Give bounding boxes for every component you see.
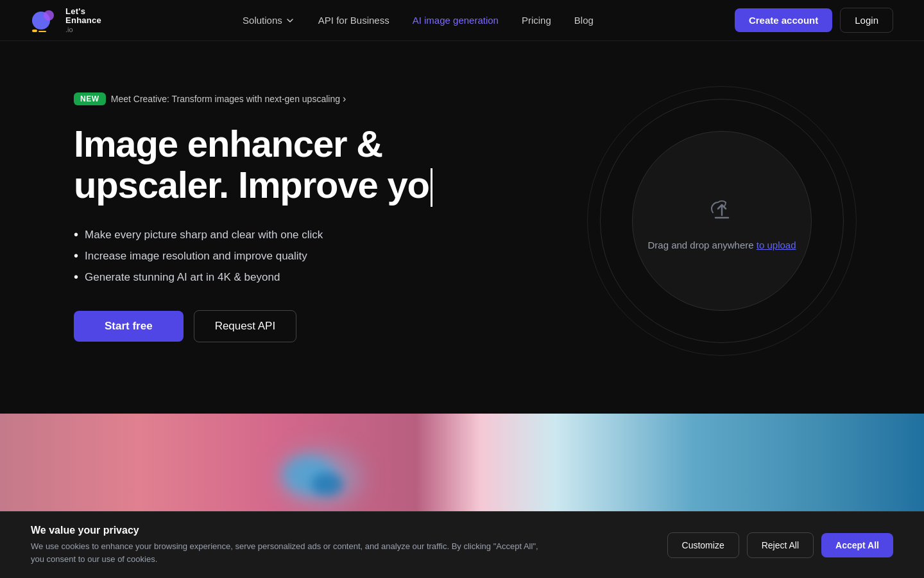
cookie-description: We use cookies to enhance your browsing … xyxy=(31,540,544,565)
badge-message: Meet Creative: Transform images with nex… xyxy=(111,93,346,105)
svg-rect-3 xyxy=(38,31,46,32)
nav-actions: Create account Login xyxy=(735,8,893,33)
cookie-actions: Customize Reject All Accept All xyxy=(667,532,893,558)
hero-cta-group: Start free Request API xyxy=(74,310,472,342)
nav-link-ai-image[interactable]: AI image generation xyxy=(413,15,499,26)
hero-bullets: Make every picture sharp and clear with … xyxy=(74,227,472,285)
nav-link-solutions[interactable]: Solutions xyxy=(243,15,295,26)
upload-circle-outer: Drag and drop anywhere to upload xyxy=(600,99,844,343)
nav-item-pricing[interactable]: Pricing xyxy=(522,15,551,26)
chevron-down-icon xyxy=(285,15,295,26)
cookie-title: We value your privacy xyxy=(31,525,647,536)
upload-instruction: Drag and drop anywhere to upload xyxy=(647,240,796,250)
nav-links: Solutions API for Business AI image gene… xyxy=(243,15,594,26)
nav-link-api[interactable]: API for Business xyxy=(318,15,389,26)
chevron-right-icon: › xyxy=(343,93,346,105)
text-cursor xyxy=(431,168,432,207)
logo-text: Let's Enhance .io xyxy=(65,7,101,33)
logo-name-io: .io xyxy=(65,26,101,33)
create-account-button[interactable]: Create account xyxy=(735,8,832,32)
nav-item-blog[interactable]: Blog xyxy=(574,15,594,26)
customize-button[interactable]: Customize xyxy=(667,532,739,558)
nav-item-ai-image[interactable]: AI image generation xyxy=(413,15,499,26)
navbar: Let's Enhance .io Solutions API for Busi… xyxy=(0,0,924,41)
login-button[interactable]: Login xyxy=(840,8,893,33)
upload-circle-inner[interactable]: Drag and drop anywhere to upload xyxy=(632,131,812,311)
cookie-text-block: We value your privacy We use cookies to … xyxy=(31,525,647,565)
nav-link-pricing[interactable]: Pricing xyxy=(522,15,551,26)
reject-all-button[interactable]: Reject All xyxy=(747,532,814,558)
logo-name-enhance: Enhance xyxy=(65,16,101,25)
hero-section: NEW Meet Creative: Transform images with… xyxy=(0,41,924,414)
request-api-button[interactable]: Request API xyxy=(194,310,297,342)
svg-rect-2 xyxy=(32,30,37,32)
logo-name-lets: Let's xyxy=(65,7,101,16)
cookie-banner: We value your privacy We use cookies to … xyxy=(0,511,924,578)
accept-all-button[interactable]: Accept All xyxy=(821,533,893,557)
bullet-1: Make every picture sharp and clear with … xyxy=(74,227,472,242)
nav-item-api[interactable]: API for Business xyxy=(318,15,389,26)
start-free-button[interactable]: Start free xyxy=(74,311,184,342)
nav-item-solutions[interactable]: Solutions xyxy=(243,15,295,26)
upload-icon xyxy=(704,192,740,231)
announcement-badge[interactable]: NEW Meet Creative: Transform images with… xyxy=(74,92,346,105)
bullet-2: Increase image resolution and improve qu… xyxy=(74,249,472,263)
upload-area[interactable]: Drag and drop anywhere to upload xyxy=(594,92,850,349)
nav-link-blog[interactable]: Blog xyxy=(574,15,594,26)
svg-point-7 xyxy=(311,473,343,496)
badge-new-label: NEW xyxy=(74,92,106,105)
upload-link[interactable]: to upload xyxy=(757,240,796,250)
svg-point-1 xyxy=(44,10,54,21)
bullet-3: Generate stunning AI art in 4K & beyond xyxy=(74,270,472,285)
logo[interactable]: Let's Enhance .io xyxy=(31,6,101,35)
hero-title: Image enhancer & upscaler. Improve yo xyxy=(74,123,472,207)
hero-content: NEW Meet Creative: Transform images with… xyxy=(74,92,472,342)
logo-icon xyxy=(31,6,59,35)
